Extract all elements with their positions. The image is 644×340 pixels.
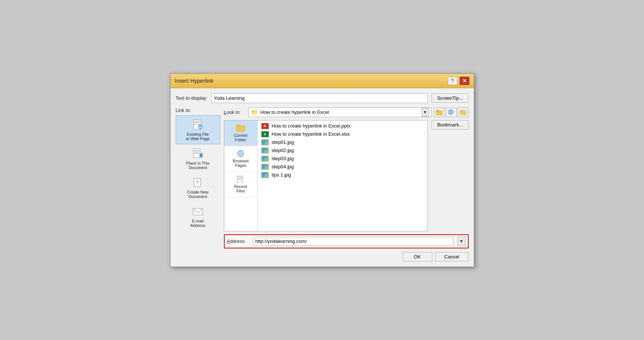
- svg-rect-9: [194, 153, 199, 154]
- file-item[interactable]: step03.jpg: [259, 155, 426, 163]
- look-in-folder-text: How to create hyperlink in Excel: [261, 109, 329, 115]
- insert-hyperlink-dialog: Insert Hyperlink ? ✕ Text to display: Sc…: [170, 73, 474, 267]
- file-item[interactable]: P How to create hyperlink in Excel.pptx: [259, 122, 426, 130]
- svg-rect-23: [237, 125, 240, 126]
- svg-rect-8: [194, 152, 199, 152]
- file-item[interactable]: step04.jpg: [259, 163, 426, 171]
- toolbar-row: [434, 108, 469, 117]
- svg-rect-7: [194, 150, 199, 151]
- bottom-row: OK Cancel: [176, 252, 469, 261]
- link-to-email[interactable]: E-mailAddress: [176, 202, 220, 231]
- image-icon: [261, 172, 269, 178]
- svg-text:W: W: [198, 125, 202, 129]
- create-new-icon: ✦: [192, 176, 204, 188]
- close-button[interactable]: ✕: [460, 77, 469, 85]
- bookmark-area: Bookmark...: [432, 120, 468, 231]
- file-name: step04.jpg: [272, 164, 294, 169]
- address-dropdown-button[interactable]: ▼: [458, 237, 466, 246]
- pptx-icon: P: [261, 123, 269, 129]
- file-item[interactable]: step02.jpg: [259, 146, 426, 155]
- file-name: step02.jpg: [272, 148, 294, 153]
- link-to-existing-file[interactable]: W Existing Fileor Web Page: [176, 115, 220, 144]
- image-icon: [261, 156, 269, 162]
- file-item[interactable]: tips 1.jpg: [259, 171, 426, 179]
- email-icon: [192, 205, 204, 217]
- svg-rect-3: [194, 124, 200, 125]
- svg-rect-22: [237, 126, 245, 131]
- address-row: Address: ▼: [224, 234, 469, 248]
- text-to-display-row: Text to display: ScreenTip...: [176, 93, 469, 103]
- cancel-button[interactable]: Cancel: [435, 252, 469, 261]
- look-in-dropdown-arrow[interactable]: ▼: [422, 108, 429, 117]
- bookmark-button[interactable]: Bookmark...: [432, 120, 468, 129]
- place-in-document-icon: [192, 148, 204, 159]
- file-name: tips 1.jpg: [272, 172, 291, 178]
- link-to-create-new[interactable]: ✦ Create NewDocument: [176, 173, 220, 202]
- sub-sidebar: CurrentFolder BrowsedPages: [224, 121, 258, 231]
- image-icon: [261, 148, 269, 154]
- image-icon: [261, 164, 269, 170]
- xlsx-icon: X: [261, 131, 269, 137]
- create-new-label: Create NewDocument: [187, 190, 208, 199]
- recent-files-label: RecentFiles: [234, 184, 247, 193]
- look-in-dropdown[interactable]: 📁 How to create hyperlink in Excel ▼: [248, 108, 432, 117]
- current-folder-label: CurrentFolder: [234, 133, 248, 142]
- look-in-label: Look in:: [224, 109, 246, 115]
- link-to-place-in-document[interactable]: Place in ThisDocument: [176, 144, 220, 173]
- link-to-label: Link to:: [176, 108, 220, 113]
- right-panel: Look in: 📁 How to create hyperlink in Ex…: [224, 108, 469, 248]
- svg-rect-31: [238, 179, 242, 180]
- dialog-body: Text to display: ScreenTip... Link to:: [171, 88, 474, 267]
- file-area: CurrentFolder BrowsedPages: [224, 120, 428, 231]
- open-folder-button[interactable]: [458, 108, 469, 117]
- svg-rect-14: [436, 111, 442, 115]
- browsed-pages-label: BrowsedPages: [233, 159, 249, 168]
- look-in-row: Look in: 📁 How to create hyperlink in Ex…: [224, 108, 469, 117]
- look-in-folder-name: 📁 How to create hyperlink in Excel: [251, 109, 422, 116]
- ok-button[interactable]: OK: [403, 252, 432, 261]
- current-folder-item[interactable]: CurrentFolder: [224, 121, 257, 146]
- recent-files-item[interactable]: RecentFiles: [224, 172, 257, 197]
- svg-rect-30: [238, 178, 242, 179]
- svg-rect-15: [436, 110, 439, 111]
- folder-icon: 📁: [251, 109, 258, 116]
- link-to-panel: Link to: W Existing Fileor Web Pag: [176, 108, 220, 248]
- svg-text:✦: ✦: [195, 179, 199, 185]
- dialog-title: Insert Hyperlink: [175, 77, 214, 84]
- file-name: step01.jpg: [272, 139, 294, 145]
- file-item[interactable]: X How to create hyperlink in Excel.xlsx: [259, 130, 426, 138]
- text-to-display-input[interactable]: [211, 93, 428, 103]
- email-label: E-mailAddress: [190, 219, 205, 228]
- existing-file-icon: W: [192, 119, 204, 131]
- file-list: P How to create hyperlink in Excel.pptx …: [258, 121, 428, 231]
- screentip-button[interactable]: ScreenTip...: [432, 93, 469, 103]
- browsed-pages-item[interactable]: BrowsedPages: [224, 146, 257, 172]
- image-icon: [261, 139, 269, 145]
- svg-rect-29: [238, 177, 242, 178]
- text-to-display-label: Text to display:: [176, 95, 208, 101]
- main-content: Link to: W Existing Fileor Web Pag: [176, 108, 469, 248]
- title-bar-controls: ? ✕: [448, 77, 469, 85]
- file-name: How to create hyperlink in Excel.pptx: [272, 123, 351, 129]
- svg-rect-1: [194, 121, 200, 122]
- help-button[interactable]: ?: [448, 77, 458, 85]
- file-item[interactable]: step01.jpg: [259, 138, 426, 146]
- file-name: step03.jpg: [272, 156, 294, 161]
- file-area-wrapper: CurrentFolder BrowsedPages: [224, 120, 469, 231]
- svg-rect-2: [194, 122, 200, 123]
- svg-rect-21: [460, 110, 463, 111]
- existing-file-label: Existing Fileor Web Page: [186, 132, 209, 141]
- address-label: Address:: [227, 238, 249, 244]
- file-name: How to create hyperlink in Excel.xlsx: [272, 131, 350, 137]
- browse-folder-button[interactable]: [434, 108, 445, 117]
- address-input[interactable]: [253, 237, 454, 246]
- web-search-button[interactable]: [446, 108, 457, 117]
- title-bar: Insert Hyperlink ? ✕: [171, 74, 474, 88]
- place-in-document-label: Place in ThisDocument: [186, 161, 209, 170]
